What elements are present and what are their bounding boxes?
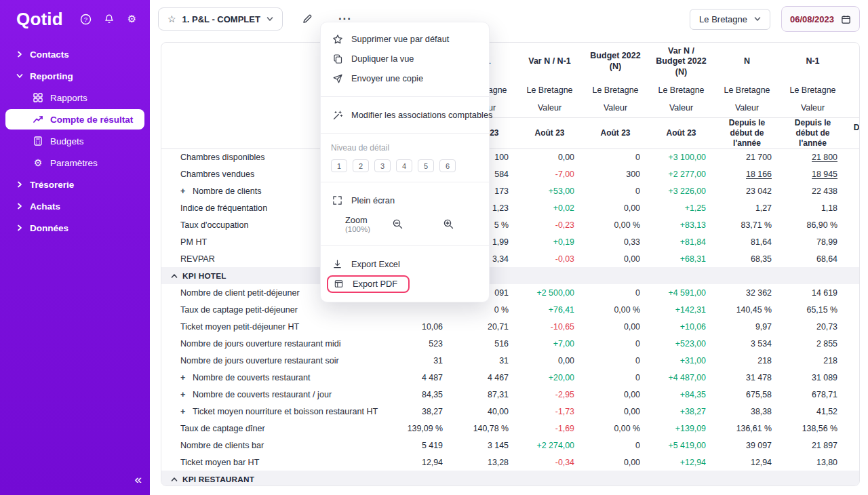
table-cell: 0 [583,369,648,386]
zoom-out-icon[interactable] [392,218,403,230]
table-row: +Nombre de couverts restaurant4 4874 467… [161,369,860,386]
sidebar-item-budgets[interactable]: Budgets [0,130,150,152]
table-cell: 22 438 [780,182,846,199]
sidebar-item-achats[interactable]: Achats [0,195,150,217]
detail-level-6[interactable]: 6 [439,159,456,172]
sidebar-item-label: Compte de résultat [50,115,133,125]
table-row: Taux d'occupation5 %-0,230,00 %+83,1383,… [161,216,860,233]
detail-level-1[interactable]: 1 [331,159,347,172]
zoom-controls: Zoom (100%) [321,210,489,237]
table-cell [846,335,860,352]
column-period: Depuis le début de l'année [780,117,846,148]
sidebar-item-label: Trésorerie [30,180,74,190]
detail-level-3[interactable]: 3 [374,159,391,172]
table-cell [846,454,860,471]
table-cell: 10,06 [385,318,451,335]
header-row-group: NN-1Var N / N-1Budget 2022 (N)Var N / Bu… [161,43,860,81]
column-entity: Le Bretagne [714,81,780,99]
table-cell: 86,90 % [780,216,846,233]
date-picker[interactable]: 06/08/2023 [781,6,860,32]
table-cell: 68,64 [780,250,846,267]
menu-item-label: Envoyer une copie [351,73,423,83]
calculator-icon [33,136,43,146]
gear-icon: ⚙ [33,157,43,168]
table-cell: +68,31 [648,250,714,267]
sidebar-item-compte-de-resultat[interactable]: Compte de résultat [5,109,144,130]
collapse-chevron-icon[interactable] [171,476,178,483]
help-icon[interactable]: ? [80,14,92,25]
table-cell: +139,09 [648,420,714,437]
table-cell: -7,00 [517,165,583,182]
sidebar-item-donnees[interactable]: Données [0,217,150,239]
table-cell: -0,03 [517,250,583,267]
row-label: +Nombre de couverts restaurant / jour [161,386,385,403]
menu-item-export-pdf[interactable]: Export PDF [321,274,489,294]
table-row: Indice de fréquentation1,23+0,020,00+1,2… [161,199,860,216]
chevron-down-icon [754,16,761,22]
table-cell [846,403,860,420]
expand-icon[interactable]: + [180,390,189,399]
table-cell: 32 362 [714,284,780,301]
table-cell: +7,00 [517,335,583,352]
sidebar-collapse-button[interactable]: « [134,473,142,486]
pnl-table: NN-1Var N / N-1Budget 2022 (N)Var N / Bu… [161,43,860,486]
menu-item-delete-default-view[interactable]: Supprimer vue par défaut [321,29,489,49]
detail-level-4[interactable]: 4 [396,159,412,172]
menu-item-duplicate-view[interactable]: Dupliquer la vue [321,49,489,68]
main-area: ☆ 1. P&L - COMPLET ··· Le Bretagne 06/08… [150,0,868,495]
view-selector-button[interactable]: ☆ 1. P&L - COMPLET [158,7,283,31]
zoom-in-icon[interactable] [443,218,454,230]
column-group: N [714,43,780,81]
sidebar-item-label: Budgets [50,136,84,146]
sidebar-item-reporting[interactable]: Reporting [0,65,150,87]
table-cell [846,250,860,267]
menu-item-fullscreen[interactable]: Plein écran [321,191,489,210]
table-cell: 3 534 [714,335,780,352]
table-cell [846,216,860,233]
row-label: +Ticket moyen nourriture et boisson rest… [161,403,385,420]
chevron-right-icon [16,203,23,210]
header-row-entity: Le BretagneLe BretagneLe BretagneLe Bret… [161,81,860,99]
table-cell: 2 855 [780,335,846,352]
table-cell: 5 419 [385,437,451,454]
sidebar-item-contacts[interactable]: Contacts [0,43,150,65]
menu-item-send-copy[interactable]: Envoyer une copie [321,68,489,88]
collapse-chevron-icon[interactable] [171,273,178,279]
expand-icon[interactable]: + [180,186,189,196]
table-cell: +4 591,00 [648,284,714,301]
table-cell: +4 487,00 [648,369,714,386]
view-selector-label: 1. P&L - COMPLET [182,14,260,24]
sidebar-item-rapports[interactable]: Rapports [0,87,150,108]
expand-icon[interactable]: + [180,373,189,382]
table-cell: +523,00 [648,335,714,352]
table-cell: +3 100,00 [648,148,714,165]
expand-icon[interactable]: + [180,407,189,416]
section-row[interactable]: KPI RESTAURANT [161,471,860,486]
detail-level-2[interactable]: 2 [353,159,369,172]
table-cell [846,233,860,250]
section-row[interactable]: KPI HOTEL [161,267,860,284]
settings-gear-icon[interactable]: ⚙ [126,14,138,25]
table-cell: 0,33 [583,233,648,250]
table-cell: 14 619 [780,284,846,301]
notifications-bell-icon[interactable] [103,14,115,25]
chevron-down-icon [16,73,23,79]
table-cell: 39 097 [714,437,780,454]
sidebar-item-label: Reporting [30,71,73,81]
table-cell [846,182,860,199]
table-cell: -1,69 [517,420,583,437]
sidebar-item-tresorerie[interactable]: Trésorerie [0,174,150,195]
menu-item-label: Plein écran [351,195,395,205]
entity-selector-button[interactable]: Le Bretagne [690,9,770,30]
table-cell: 81,64 [714,233,780,250]
table-cell: 38,27 [385,403,451,420]
sidebar-item-parametres[interactable]: ⚙ Paramètres [0,152,150,174]
menu-item-label: Export Excel [351,259,400,269]
menu-item-export-excel[interactable]: Export Excel [321,254,489,274]
edit-pencil-icon[interactable] [298,9,317,28]
column-period: Depuis le début de l'année [846,117,860,148]
menu-item-edit-mappings[interactable]: Modifier les associations comptables [321,105,489,125]
table-cell: 84,35 [385,386,451,403]
table-row: Ticket moyen petit-déjeuner HT10,0620,71… [161,318,860,335]
detail-level-5[interactable]: 5 [418,159,434,172]
